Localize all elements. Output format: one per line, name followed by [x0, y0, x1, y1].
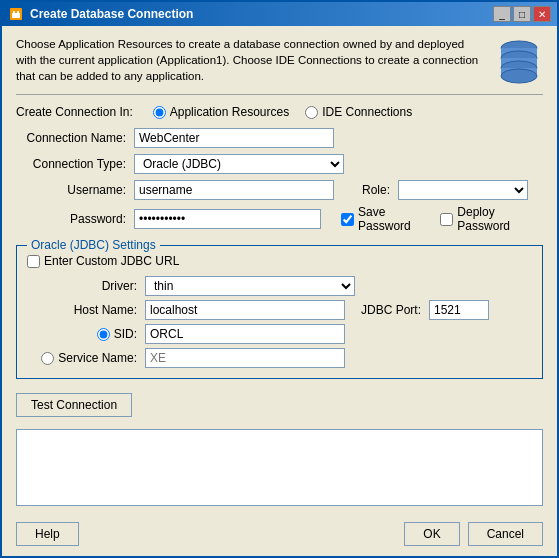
svg-rect-2: [13, 11, 15, 14]
oracle-settings-title: Oracle (JDBC) Settings: [27, 238, 160, 252]
connection-type-label: Connection Type:: [16, 157, 126, 171]
log-area: [16, 429, 543, 506]
custom-jdbc-label: Enter Custom JDBC URL: [44, 254, 179, 268]
help-button[interactable]: Help: [16, 522, 79, 546]
svg-point-10: [501, 69, 537, 83]
title-bar: Create Database Connection _ □ ✕: [2, 2, 557, 26]
sid-row: SID:: [27, 324, 532, 344]
jdbc-port-input[interactable]: [429, 300, 489, 320]
role-select[interactable]: SYSDBA SYSOPER: [398, 180, 528, 200]
cancel-button[interactable]: Cancel: [468, 522, 543, 546]
driver-select[interactable]: thin oci8 oci: [145, 276, 355, 296]
sid-radio[interactable]: [97, 328, 110, 341]
test-connection-button[interactable]: Test Connection: [16, 393, 132, 417]
window-controls: _ □ ✕: [493, 6, 551, 22]
oracle-settings-content: Enter Custom JDBC URL Driver: thin oci8 …: [27, 254, 532, 368]
application-resources-radio[interactable]: [153, 106, 166, 119]
ide-connections-label: IDE Connections: [322, 105, 412, 119]
custom-jdbc-row: Enter Custom JDBC URL: [27, 254, 532, 268]
custom-jdbc-checkbox[interactable]: [27, 255, 40, 268]
sid-radio-label: SID:: [27, 327, 137, 341]
service-name-row: Service Name:: [27, 348, 532, 368]
window-title: Create Database Connection: [30, 7, 193, 21]
connection-name-label: Connection Name:: [16, 131, 126, 145]
divider-1: [16, 94, 543, 95]
create-connection-label: Create Connection In:: [16, 105, 133, 119]
maximize-button[interactable]: □: [513, 6, 531, 22]
connection-name-row: Connection Name:: [16, 127, 543, 149]
test-connection-row: Test Connection: [16, 387, 543, 417]
host-name-input[interactable]: [145, 300, 345, 320]
password-input[interactable]: [134, 209, 321, 229]
application-resources-label: Application Resources: [170, 105, 289, 119]
driver-label: Driver:: [27, 279, 137, 293]
username-input[interactable]: [134, 180, 334, 200]
username-label: Username:: [16, 183, 126, 197]
username-role-row: Username: Role: SYSDBA SYSOPER: [16, 179, 543, 201]
deploy-password-label: Deploy Password: [457, 205, 543, 233]
service-name-radio-label: Service Name:: [27, 351, 137, 365]
service-name-input[interactable]: [145, 348, 345, 368]
sid-input[interactable]: [145, 324, 345, 344]
save-password-checkbox[interactable]: [341, 213, 354, 226]
connection-form: Connection Name: Connection Type: Oracle…: [16, 127, 543, 233]
deploy-password-group: Deploy Password: [440, 205, 543, 233]
host-name-label: Host Name:: [27, 303, 137, 317]
create-connection-row: Create Connection In: Application Resour…: [16, 105, 543, 119]
jdbc-port-label: JDBC Port:: [361, 303, 421, 317]
deploy-password-checkbox[interactable]: [440, 213, 453, 226]
ide-connections-radio[interactable]: [305, 106, 318, 119]
role-label: Role:: [362, 183, 390, 197]
ok-cancel-group: OK Cancel: [404, 522, 543, 546]
ide-connections-group: IDE Connections: [305, 105, 412, 119]
connection-type-select[interactable]: Oracle (JDBC) MySQL PostgreSQL: [134, 154, 344, 174]
app-resources-group: Application Resources: [153, 105, 289, 119]
password-label: Password:: [16, 212, 126, 226]
host-name-row: Host Name: JDBC Port:: [27, 300, 532, 320]
service-name-radio[interactable]: [41, 352, 54, 365]
save-password-group: Save Password: [341, 205, 434, 233]
window-icon: [8, 6, 24, 22]
svg-rect-3: [17, 11, 19, 14]
minimize-button[interactable]: _: [493, 6, 511, 22]
password-row: Password: Save Password Deploy Password: [16, 205, 543, 233]
intro-section: Choose Application Resources to create a…: [16, 36, 543, 84]
save-password-label: Save Password: [358, 205, 434, 233]
dialog-content: Choose Application Resources to create a…: [2, 26, 557, 516]
main-window: Create Database Connection _ □ ✕ Choose …: [0, 0, 559, 558]
close-button[interactable]: ✕: [533, 6, 551, 22]
driver-row: Driver: thin oci8 oci: [27, 276, 532, 296]
ok-button[interactable]: OK: [404, 522, 459, 546]
bottom-bar: Help OK Cancel: [2, 516, 557, 556]
connection-name-input[interactable]: [134, 128, 334, 148]
database-icon: [495, 36, 543, 84]
oracle-settings-section: Oracle (JDBC) Settings Enter Custom JDBC…: [16, 245, 543, 379]
intro-text: Choose Application Resources to create a…: [16, 36, 485, 84]
connection-type-row: Connection Type: Oracle (JDBC) MySQL Pos…: [16, 153, 543, 175]
